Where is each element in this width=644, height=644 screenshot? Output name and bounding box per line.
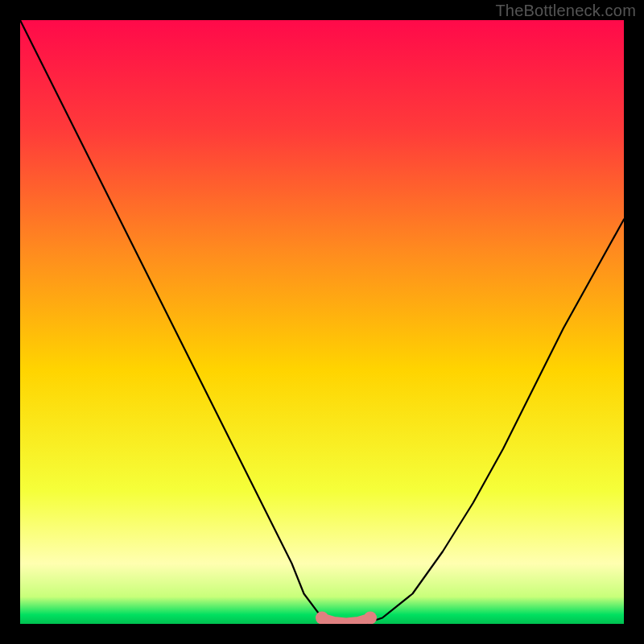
svg-point-1 <box>364 612 377 625</box>
minimum-plateau-highlight <box>322 618 370 623</box>
plot-area <box>20 20 624 624</box>
chart-frame: TheBottleneck.com <box>0 0 644 644</box>
watermark-text: TheBottleneck.com <box>495 2 636 20</box>
chart-svg <box>20 20 624 624</box>
background-gradient <box>20 20 624 624</box>
svg-point-0 <box>316 612 328 625</box>
